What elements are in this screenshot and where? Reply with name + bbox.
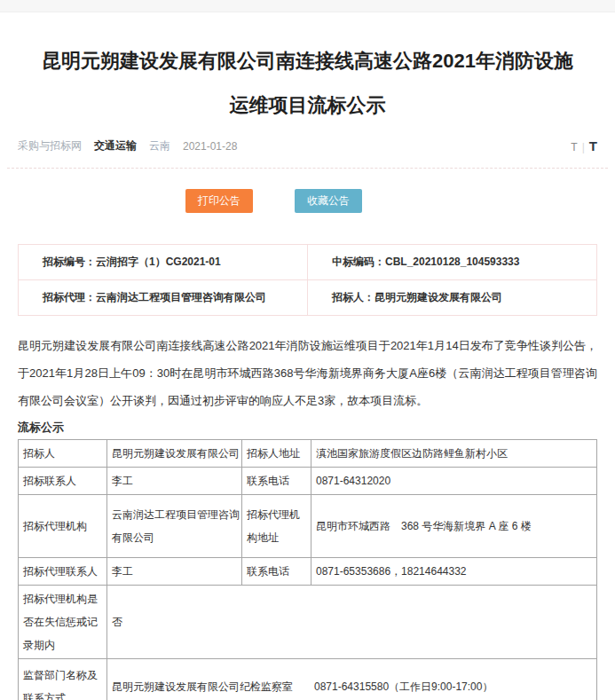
summary-cell-bid-number: 招标编号：云润招字（1）CG2021-01 [19,245,308,280]
breadcrumb-region-link[interactable]: 云南 [149,138,170,153]
detail-value-cell: 否 [107,586,597,659]
font-increase-button[interactable]: T [589,138,597,153]
summary-table: 招标编号：云润招字（1）CG2021-01 中标编码：CBL_20210128_… [18,244,597,316]
detail-value-cell: 0871-65353686，18214644332 [311,558,597,586]
breadcrumb-source-link[interactable]: 采购与招标网 [18,138,82,153]
detail-label-cell: 招标人 [19,440,107,468]
notice-paragraph: 昆明元朔建设发展有限公司南连接线高速公路2021年消防设施运维项目于2021年1… [18,332,597,414]
summary-cell-award-code: 中标编码：CBL_20210128_104593333 [308,245,597,280]
dotted-divider [7,168,608,169]
breadcrumb-category-link[interactable]: 交通运输 [94,138,137,153]
breadcrumb: 采购与招标网 交通运输 云南 2021-01-28 [18,138,237,153]
summary-row: 招标代理：云南润达工程项目管理咨询有限公司 招标人：昆明元朔建设发展有限公司 [19,280,597,316]
publish-date: 2021-01-28 [183,140,237,153]
summary-cell-agency: 招标代理：云南润达工程项目管理咨询有限公司 [19,280,308,316]
table-row: 招标代理联系人 李工 联系电话 0871-65353686，1821464433… [19,558,597,586]
top-background-band [0,0,615,12]
font-size-controls: T | T [571,138,597,153]
detail-value-cell: 昆明元朔建设发展有限公司 [107,440,242,468]
detail-value-cell: 李工 [107,468,242,495]
table-row: 招标代理机构 云南润达工程项目管理咨询有限公司 招标代理机构地址 昆明市环城西路… [19,495,597,558]
detail-label-cell: 招标联系人 [19,468,107,495]
detail-table: 招标人 昆明元朔建设发展有限公司 招标人地址 滇池国家旅游度假区边防路鲤鱼新村小… [18,439,597,700]
font-controls-separator: | [582,141,585,153]
detail-label-cell: 监督部门名称及联系方式 [19,659,107,700]
table-row: 招标联系人 李工 联系电话 0871-64312020 [19,468,597,495]
detail-label-cell: 招标代理机构是否在失信惩戒记录期内 [19,586,107,659]
detail-value-cell: 滇池国家旅游度假区边防路鲤鱼新村小区 [311,440,597,468]
table-row: 监督部门名称及联系方式 昆明元朔建设发展有限公司纪检监察室 0871-64315… [19,659,597,700]
detail-label-cell: 招标代理联系人 [19,558,107,586]
detail-label-cell: 招标人地址 [242,440,311,468]
detail-label-cell: 招标代理机构地址 [242,495,311,558]
print-notice-button[interactable]: 打印公告 [185,189,253,213]
detail-label-cell: 招标代理机构 [19,495,107,558]
font-decrease-button[interactable]: T [571,141,577,153]
favorite-notice-button[interactable]: 收藏公告 [295,189,362,213]
detail-value-cell: 李工 [107,558,242,586]
detail-value-cell: 云南润达工程项目管理咨询有限公司 [107,495,242,558]
detail-label-cell: 联系电话 [242,468,311,495]
section-title: 流标公示 [18,420,597,436]
detail-value-cell: 0871-64312020 [311,468,597,495]
table-row: 招标人 昆明元朔建设发展有限公司 招标人地址 滇池国家旅游度假区边防路鲤鱼新村小… [19,440,597,468]
action-button-row: 打印公告 收藏公告 [0,189,615,213]
detail-label-cell: 联系电话 [242,558,311,586]
summary-cell-tenderer: 招标人：昆明元朔建设发展有限公司 [308,280,597,316]
page-title: 昆明元朔建设发展有限公司南连接线高速公路2021年消防设施运维项目流标公示 [35,39,580,128]
detail-value-cell: 昆明元朔建设发展有限公司纪检监察室 0871-64315580（工作日9:00-… [107,659,597,700]
detail-value-cell: 昆明市环城西路 368 号华海新境界 A 座 6 楼 [311,495,597,558]
meta-row: 采购与招标网 交通运输 云南 2021-01-28 T | T [18,138,597,153]
summary-row: 招标编号：云润招字（1）CG2021-01 中标编码：CBL_20210128_… [19,245,597,280]
table-row: 招标代理机构是否在失信惩戒记录期内 否 [19,586,597,659]
